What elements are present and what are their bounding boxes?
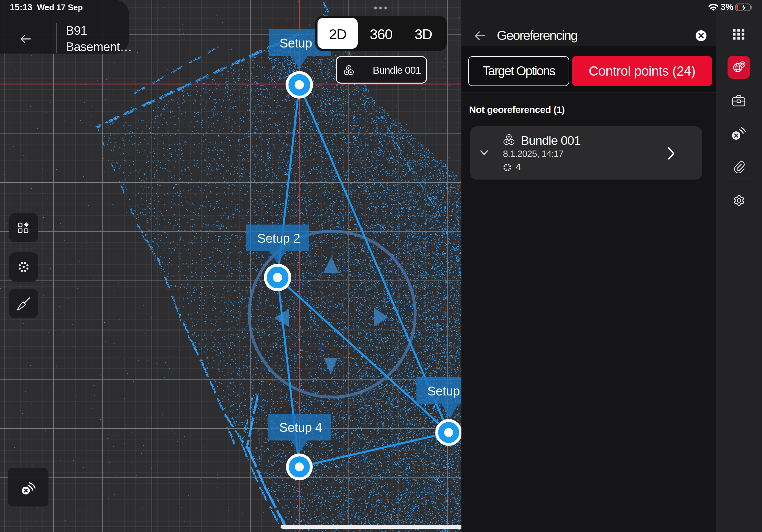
svg-text:Setup 4: Setup 4: [279, 420, 322, 434]
svg-text:Setup 2: Setup 2: [257, 231, 300, 245]
svg-text:Setup 3: Setup 3: [427, 384, 461, 398]
